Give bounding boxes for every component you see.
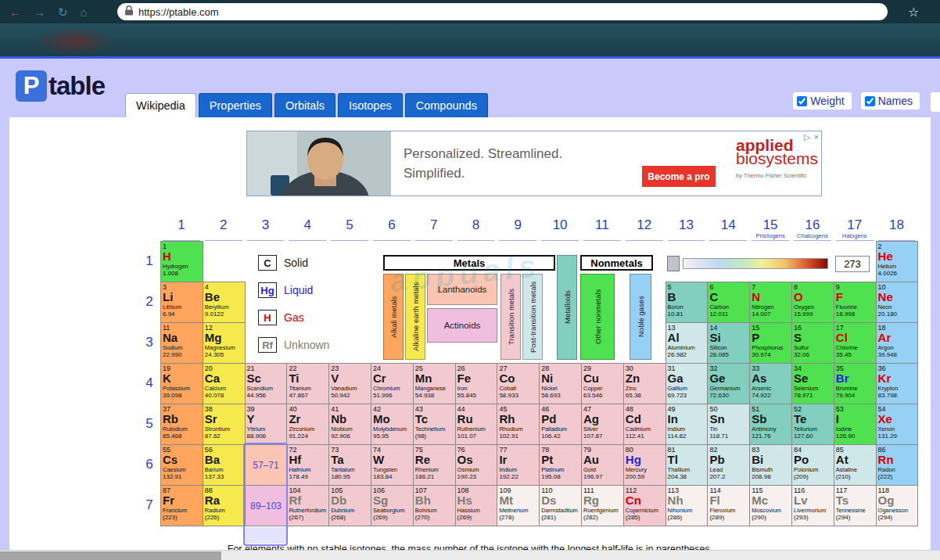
- element-Ta[interactable]: 73TaTantalum180.95: [328, 444, 371, 486]
- bookmark-star-icon[interactable]: ☆: [908, 5, 919, 20]
- element-Bh[interactable]: 107BhBohrium(270): [413, 485, 456, 526]
- element-B[interactable]: 5BBoron10.81: [666, 282, 709, 323]
- tab-wikipedia[interactable]: Wikipedia: [125, 93, 196, 117]
- element-V[interactable]: 23VVanadium50.942: [328, 363, 371, 404]
- element-Ru[interactable]: 44RuRuthenium101.07: [455, 404, 498, 445]
- tab-orbitals[interactable]: Orbitals: [274, 93, 335, 117]
- element-As[interactable]: 33AsArsenic74.922: [749, 363, 792, 404]
- element-Ti[interactable]: 22TiTitanium47.867: [286, 363, 329, 404]
- element-Cn[interactable]: 112CnCopernicium(285): [623, 485, 666, 526]
- refresh-icon[interactable]: ↻: [58, 6, 68, 18]
- element-Na[interactable]: 11NaSodium22.990: [160, 322, 203, 364]
- element-Ne[interactable]: 10NeNeon20.180: [876, 282, 919, 323]
- element-Mt[interactable]: 109MtMeitnerium(278): [497, 485, 540, 526]
- element-Cl[interactable]: 17ClChlorine35.45: [834, 322, 877, 364]
- element-P[interactable]: 15PPhosphorus30.974: [749, 322, 792, 364]
- element-C[interactable]: 6CCarbon12.011: [707, 282, 750, 323]
- placeholder-89–103[interactable]: 89–103: [245, 485, 288, 526]
- toggle-checkbox-names[interactable]: [865, 96, 875, 106]
- element-Cr[interactable]: 24CrChromium51.996: [371, 363, 414, 404]
- element-Mg[interactable]: 12MgMagnesium24.305: [203, 322, 246, 364]
- element-Ba[interactable]: 56BaBarium137.33: [203, 444, 246, 486]
- element-Pd[interactable]: 46PdPalladium106.42: [539, 404, 582, 445]
- element-Sb[interactable]: 51SbAntimony121.76: [749, 404, 792, 445]
- element-N[interactable]: 7NNitrogen14.007: [749, 282, 792, 323]
- element-Pt[interactable]: 78PtPlatinum195.08: [539, 444, 582, 486]
- back-icon[interactable]: ←: [9, 6, 21, 18]
- element-Se[interactable]: 34SeSelenium78.971: [791, 363, 834, 404]
- element-I[interactable]: 53IIodine126.90: [834, 404, 877, 445]
- element-Ga[interactable]: 31GaGallium69.723: [666, 363, 709, 404]
- element-Rb[interactable]: 37RbRubidium85.468: [160, 404, 203, 445]
- element-In[interactable]: 49InIndium114.82: [666, 404, 709, 445]
- element-S[interactable]: 16SSulfur32.06: [791, 322, 834, 364]
- element-Fr[interactable]: 87FrFrancium(223): [160, 485, 203, 526]
- tab-compounds[interactable]: Compounds: [405, 93, 488, 117]
- element-Ca[interactable]: 20CaCalcium40.078: [203, 363, 246, 404]
- element-Zn[interactable]: 30ZnZinc65.38: [623, 363, 666, 404]
- element-W[interactable]: 74WTungsten183.84: [371, 444, 414, 486]
- element-Pb[interactable]: 82PbLead207.2: [707, 444, 750, 486]
- element-Ar[interactable]: 18ArArgon39.948: [876, 322, 919, 364]
- toggle-checkbox-weight[interactable]: [797, 96, 807, 106]
- element-Mo[interactable]: 42MoMolybdenum95.95: [371, 404, 414, 445]
- element-Mn[interactable]: 25MnManganese54.938: [413, 363, 456, 404]
- element-Sr[interactable]: 38SrStrontium87.62: [203, 404, 246, 445]
- element-Kr[interactable]: 36KrKrypton83.798: [876, 363, 919, 404]
- element-Tc[interactable]: 43TcTechnetium(98): [413, 404, 456, 445]
- element-Fl[interactable]: 114FlFlerovium(289): [707, 485, 750, 526]
- element-Mc[interactable]: 115McMoscovium(290): [749, 485, 792, 526]
- element-Sc[interactable]: 21ScScandium44.956: [245, 363, 288, 404]
- element-Os[interactable]: 76OsOsmium190.23: [455, 444, 498, 486]
- element-Zr[interactable]: 40ZrZirconium91.224: [286, 404, 329, 445]
- category-post-transition[interactable]: Post-transition metals: [522, 274, 543, 360]
- element-Rg[interactable]: 111RgRoentgenium(282): [581, 485, 624, 526]
- ad-cta-button[interactable]: Become a pro: [642, 166, 716, 187]
- element-Ni[interactable]: 28NiNickel58.693: [539, 363, 582, 404]
- element-Cd[interactable]: 48CdCadmium112.41: [623, 404, 666, 445]
- element-Cu[interactable]: 29CuCopper63.546: [581, 363, 624, 404]
- element-Fe[interactable]: 26FeIron55.845: [455, 363, 498, 404]
- element-K[interactable]: 19KPotassium39.098: [160, 363, 203, 404]
- element-Db[interactable]: 105DbDubnium(268): [328, 485, 371, 526]
- element-Au[interactable]: 79AuGold196.97: [581, 444, 624, 486]
- adchoices-icon[interactable]: ▷: [804, 132, 810, 142]
- ad-close-icon[interactable]: ×: [814, 132, 819, 142]
- element-Ds[interactable]: 110DsDarmstadtium(281): [539, 485, 582, 526]
- element-Be[interactable]: 4BeBeryllium9.0122: [203, 282, 246, 323]
- element-Rn[interactable]: 86RnRadon(222): [876, 444, 919, 486]
- element-Ag[interactable]: 47AgSilver107.87: [581, 404, 624, 445]
- element-Ge[interactable]: 32GeGermanium72.630: [707, 363, 750, 404]
- ad-banner[interactable]: Personalized. Streamlined. Simplified. B…: [246, 131, 822, 196]
- element-Hg[interactable]: 80HgMercury200.59: [623, 444, 666, 486]
- element-Hf[interactable]: 72HfHafnium178.49: [286, 444, 329, 486]
- element-Re[interactable]: 75ReRhenium186.21: [413, 444, 456, 486]
- category-lanthanoid[interactable]: Lanthanoids: [427, 274, 497, 305]
- element-Li[interactable]: 3LiLithium6.94: [160, 282, 203, 323]
- placeholder-57–71[interactable]: 57–71: [245, 444, 288, 486]
- tab-isotopes[interactable]: Isotopes: [338, 93, 403, 117]
- category-metalloid[interactable]: Metalloids: [557, 255, 577, 360]
- slider-handle[interactable]: [667, 256, 680, 271]
- element-Cs[interactable]: 55CsCaesium132.91: [160, 444, 203, 486]
- element-Ts[interactable]: 117TsTennessine(294): [834, 485, 877, 526]
- element-Sg[interactable]: 106SgSeaborgium(269): [371, 485, 414, 526]
- element-Sn[interactable]: 50SnTin118.71: [707, 404, 750, 445]
- element-Lv[interactable]: 116LvLivermorium(293): [791, 485, 834, 526]
- scrollbar-thumb[interactable]: [0, 551, 221, 560]
- element-Hs[interactable]: 108HsHassium(269): [455, 485, 498, 526]
- address-bar[interactable]: https://ptable.com: [117, 3, 888, 20]
- element-Ra[interactable]: 88RaRadium(226): [203, 485, 246, 526]
- ptable-logo[interactable]: P table: [16, 70, 105, 102]
- home-icon[interactable]: ⌂: [81, 6, 88, 18]
- element-Si[interactable]: 14SiSilicon28.085: [707, 322, 750, 364]
- element-Co[interactable]: 27CoCobalt58.933: [497, 363, 540, 404]
- element-Y[interactable]: 39YYttrium88.906: [245, 404, 288, 445]
- element-Nb[interactable]: 41NbNiobium92.906: [328, 404, 371, 445]
- element-Br[interactable]: 35BrBromine79.904: [834, 363, 877, 404]
- element-Tl[interactable]: 81TlThallium204.38: [666, 444, 709, 486]
- element-Nh[interactable]: 113NhNihonium(286): [666, 485, 709, 526]
- category-transition[interactable]: Transition metals: [500, 274, 521, 360]
- element-At[interactable]: 85AtAstatine(210): [834, 444, 877, 486]
- category-other-nonmetal[interactable]: Other nonmetals: [580, 274, 615, 360]
